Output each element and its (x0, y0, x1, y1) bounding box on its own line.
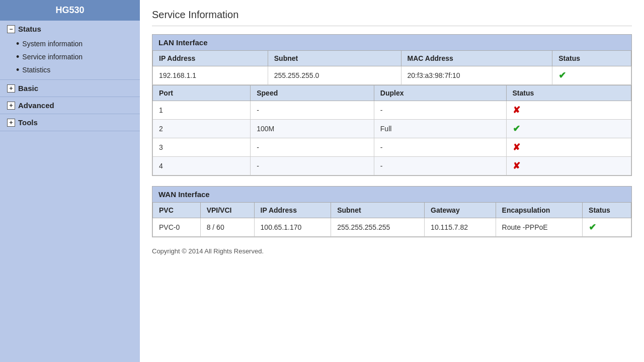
port-cell: 100M (251, 120, 374, 138)
wan-cell: 100.65.1.170 (254, 218, 331, 237)
lan-section-header: LAN Interface (152, 35, 631, 50)
port-cell: 4 (153, 157, 251, 175)
lan-col-ip: IP Address (153, 51, 268, 66)
port-cell: 3 (153, 138, 251, 157)
lan-status-value: ✔ (552, 66, 631, 85)
nav-section-advanced: + Advanced (0, 97, 140, 114)
status-err-icon: ✘ (513, 105, 520, 115)
nav-section-header-basic[interactable]: + Basic (0, 80, 140, 97)
table-row: 2100MFull✔ (153, 120, 631, 138)
port-cell: Full (374, 120, 506, 138)
wan-section-header: WAN Interface (152, 187, 631, 202)
port-col-port: Port (153, 85, 251, 101)
wan-col-vpivci: VPI/VCI (200, 203, 254, 218)
lan-col-status: Status (552, 51, 631, 66)
nav-section-label-tools: Tools (18, 118, 38, 127)
status-ok-icon: ✔ (513, 124, 520, 134)
nav-section-basic: + Basic (0, 80, 140, 97)
nav-section-header-advanced[interactable]: + Advanced (0, 97, 140, 114)
table-row: PVC-08 / 60100.65.1.170255.255.255.25510… (153, 218, 631, 237)
sidebar-title: HG530 (0, 0, 140, 21)
lan-header-row: IP Address Subnet MAC Address Status (153, 51, 631, 66)
port-cell: - (251, 138, 374, 157)
port-cell: - (374, 157, 506, 175)
sidebar-item-service-information[interactable]: • Service information (16, 50, 140, 63)
port-header-row: Port Speed Duplex Status (153, 85, 631, 101)
toggle-icon-status[interactable]: − (7, 25, 15, 33)
toggle-icon-tools[interactable]: + (7, 119, 15, 127)
wan-col-encap: Encapsulation (496, 203, 583, 218)
wan-table-body: PVC-08 / 60100.65.1.170255.255.255.25510… (153, 218, 631, 237)
status-ok-icon: ✔ (589, 222, 596, 232)
bullet-icon: • (16, 52, 19, 61)
sidebar-item-label: System information (22, 40, 83, 48)
wan-header-row: PVC VPI/VCI IP Address Subnet Gateway En… (153, 203, 631, 218)
lan-mac-value: 20:f3:a3:98:7f:10 (401, 66, 552, 85)
port-cell: 1 (153, 101, 251, 120)
nav-section-tools: + Tools (0, 114, 140, 131)
sidebar-item-statistics[interactable]: • Statistics (16, 63, 140, 76)
wan-col-status: Status (583, 203, 631, 218)
port-col-status: Status (506, 85, 631, 101)
lan-subnet-value: 255.255.255.0 (268, 66, 401, 85)
wan-cell: 8 / 60 (200, 218, 254, 237)
port-table-body: 1--✘2100MFull✔3--✘4--✘ (153, 101, 631, 175)
nav-section-label-advanced: Advanced (18, 101, 54, 110)
copyright-text: Copyright © 2014 All Rights Reserved. (152, 247, 632, 255)
lan-col-mac: MAC Address (401, 51, 552, 66)
nav-section-header-tools[interactable]: + Tools (0, 114, 140, 131)
table-row: 4--✘ (153, 157, 631, 175)
bullet-icon: • (16, 39, 19, 48)
status-err-icon: ✘ (513, 142, 520, 152)
wan-cell: 10.115.7.82 (425, 218, 496, 237)
nav-section-header-status[interactable]: − Status (0, 21, 140, 37)
page-title: Service Information (152, 9, 632, 26)
bullet-icon: • (16, 65, 19, 74)
table-row: 1--✘ (153, 101, 631, 120)
wan-cell: 255.255.255.255 (331, 218, 425, 237)
wan-table: PVC VPI/VCI IP Address Subnet Gateway En… (152, 202, 631, 237)
sidebar-item-label: Service information (22, 53, 83, 61)
sidebar-item-label: Statistics (22, 66, 50, 74)
status-err-icon: ✘ (513, 161, 520, 171)
lan-col-subnet: Subnet (268, 51, 401, 66)
toggle-icon-advanced[interactable]: + (7, 102, 15, 110)
nav-section-label-status: Status (18, 25, 41, 33)
wan-col-subnet: Subnet (331, 203, 425, 218)
port-cell: - (251, 101, 374, 120)
port-cell: - (374, 138, 506, 157)
status-ok-icon: ✔ (558, 70, 566, 80)
sidebar: HG530 − Status • System information • Se… (0, 0, 140, 362)
main-content: Service Information LAN Interface IP Add… (140, 0, 644, 362)
wan-col-ip: IP Address (254, 203, 331, 218)
wan-col-gateway: Gateway (425, 203, 496, 218)
port-cell: - (374, 101, 506, 120)
nav-sub-items-status: • System information • Service informati… (0, 37, 140, 79)
wan-interface-section: WAN Interface PVC VPI/VCI IP Address Sub… (152, 186, 632, 237)
port-col-speed: Speed (251, 85, 374, 101)
table-row: 3--✘ (153, 138, 631, 157)
wan-cell: Route -PPPoE (496, 218, 583, 237)
port-cell: 2 (153, 120, 251, 138)
port-col-duplex: Duplex (374, 85, 506, 101)
nav-section-label-basic: Basic (18, 84, 38, 93)
sidebar-item-system-information[interactable]: • System information (16, 37, 140, 50)
nav-section-status: − Status • System information • Service … (0, 21, 140, 80)
wan-cell: PVC-0 (153, 218, 201, 237)
port-cell: - (251, 157, 374, 175)
lan-ip-value: 192.168.1.1 (153, 66, 268, 85)
lan-port-table: Port Speed Duplex Status 1--✘2100MFull✔3… (152, 85, 631, 175)
wan-col-pvc: PVC (153, 203, 201, 218)
lan-main-table: IP Address Subnet MAC Address Status 192… (152, 50, 631, 85)
table-row: 192.168.1.1 255.255.255.0 20:f3:a3:98:7f… (153, 66, 631, 85)
toggle-icon-basic[interactable]: + (7, 84, 15, 93)
lan-interface-section: LAN Interface IP Address Subnet MAC Addr… (152, 34, 632, 176)
